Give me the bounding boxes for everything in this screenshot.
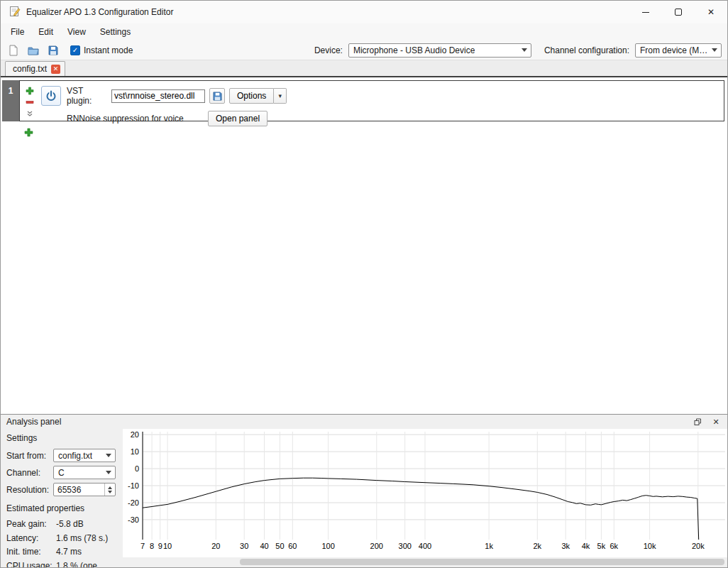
channel-select[interactable]: C (53, 466, 116, 479)
svg-text:40: 40 (260, 542, 268, 550)
chevron-double-down-icon (26, 111, 33, 116)
vst-plugin-path-input[interactable] (111, 89, 205, 103)
tab-close-icon[interactable]: ✕ (51, 65, 60, 74)
svg-text:-30: -30 (128, 515, 139, 524)
cpu-usage-value: 1.8 % (one core) (56, 561, 118, 568)
channel-row: Channel: C (6, 466, 118, 479)
new-file-icon (8, 45, 19, 56)
app-window: Equalizer APO 1.3 Configuration Editor ✕… (0, 0, 728, 568)
property-row: Peak gain: -5.8 dB (6, 519, 118, 529)
svg-text:10: 10 (131, 447, 139, 456)
property-row: CPU usage: 1.8 % (one core) (6, 561, 118, 568)
start-from-row: Start from: config.txt (6, 449, 118, 462)
vst-description-line: RNNoise suppression for voice Open panel (67, 111, 719, 126)
svg-text:8: 8 (150, 542, 154, 550)
svg-text:20: 20 (211, 542, 220, 550)
checkbox-checked-icon: ✓ (70, 45, 80, 55)
add-filter-button[interactable] (26, 86, 35, 95)
peak-gain-value: -5.8 dB (56, 519, 84, 529)
resolution-spinner[interactable]: 65536 (53, 483, 116, 496)
svg-text:30: 30 (240, 542, 248, 550)
options-button[interactable]: Options (229, 88, 274, 104)
init-time-value: 4.7 ms (56, 547, 82, 557)
browse-file-button[interactable] (209, 88, 225, 104)
svg-text:10k: 10k (644, 542, 656, 550)
svg-text:200: 200 (370, 542, 383, 550)
analysis-panel-header: Analysis panel ✕ (1, 415, 727, 429)
resolution-value: 65536 (54, 485, 104, 495)
add-row-button[interactable] (23, 127, 33, 137)
maximize-button[interactable] (662, 1, 695, 23)
spin-down-icon (108, 491, 112, 493)
vst-plugin-line: VST plugin: Options ▾ (67, 86, 719, 106)
svg-text:10: 10 (163, 542, 172, 550)
save-file-icon (48, 45, 59, 56)
options-dropdown-arrow[interactable]: ▾ (274, 88, 287, 104)
close-icon: ✕ (707, 7, 715, 17)
svg-text:5k: 5k (597, 542, 606, 550)
channel-label: Channel: (6, 468, 53, 478)
svg-text:100: 100 (321, 542, 334, 550)
analysis-panel: Analysis panel ✕ Settings Start from: co… (1, 414, 727, 567)
chevron-down-icon (106, 454, 111, 457)
channel-config-label: Channel configuration: (544, 45, 629, 55)
menu-settings[interactable]: Settings (93, 24, 138, 40)
save-file-button[interactable] (45, 43, 62, 58)
remove-filter-button[interactable] (26, 97, 35, 106)
options-split-button: Options ▾ (229, 88, 287, 104)
svg-text:9: 9 (158, 542, 162, 550)
property-row: Init. time: 4.7 ms (6, 547, 118, 557)
row-number: 1 (2, 80, 19, 121)
start-from-label: Start from: (6, 451, 53, 461)
tab-bar: config.txt ✕ (1, 60, 727, 76)
init-time-label: Init. time: (6, 547, 56, 557)
chevron-down-icon (712, 48, 717, 52)
plus-icon (26, 87, 34, 95)
minimize-button[interactable] (629, 1, 662, 23)
svg-text:60: 60 (288, 542, 297, 550)
chart-area: 20100-10-20-3078910203040506010020030040… (123, 429, 727, 567)
chart-scrollbar-thumb[interactable] (240, 559, 724, 565)
svg-text:400: 400 (419, 542, 431, 550)
app-icon (9, 6, 21, 19)
svg-text:50: 50 (275, 542, 284, 550)
close-panel-button[interactable]: ✕ (710, 416, 722, 427)
channel-config-value: From device (Mono) (640, 45, 709, 55)
float-panel-button[interactable] (692, 416, 703, 427)
svg-text:6k: 6k (610, 542, 618, 550)
filter-row: VST plugin: Options ▾ RNNoise suppressio… (19, 80, 724, 121)
start-from-select[interactable]: config.txt (53, 449, 116, 462)
chart-scrollbar[interactable] (123, 557, 727, 567)
vst-plugin-label: VST plugin: (67, 86, 107, 106)
start-from-value: config.txt (58, 451, 92, 461)
device-select[interactable]: Microphone - USB Audio Device (348, 43, 531, 58)
channel-value: C (58, 468, 65, 478)
new-file-button[interactable] (5, 43, 22, 58)
tab-config-txt[interactable]: config.txt ✕ (5, 61, 65, 76)
chevron-down-icon (522, 48, 527, 52)
tab-label: config.txt (13, 64, 47, 74)
power-toggle-button[interactable] (41, 86, 61, 106)
collapse-row-button[interactable] (26, 109, 35, 118)
analysis-panel-title: Analysis panel (6, 417, 685, 427)
latency-value: 1.6 ms (78 s.) (56, 533, 108, 543)
close-button[interactable]: ✕ (695, 1, 727, 23)
menu-bar: File Edit View Settings (1, 23, 727, 40)
menu-view[interactable]: View (60, 24, 93, 40)
menu-edit[interactable]: Edit (31, 24, 60, 40)
filter-row-wrap: 1 VST plu (2, 80, 724, 121)
open-file-button[interactable] (25, 43, 42, 58)
spinner-buttons[interactable] (104, 484, 115, 496)
peak-gain-label: Peak gain: (6, 519, 56, 529)
channel-config-select[interactable]: From device (Mono) (635, 43, 722, 58)
analysis-settings-column: Settings Start from: config.txt Channel:… (1, 429, 123, 567)
chevron-down-icon (106, 471, 111, 474)
open-panel-button[interactable]: Open panel (208, 111, 268, 126)
menu-file[interactable]: File (4, 24, 31, 40)
minimize-icon (642, 12, 649, 13)
maximize-icon (675, 9, 682, 16)
resolution-row: Resolution: 65536 (6, 483, 118, 496)
vst-plugin-filter: VST plugin: Options ▾ RNNoise suppressio… (67, 84, 719, 126)
instant-mode-checkbox[interactable]: ✓ Instant mode (70, 45, 133, 55)
spin-up-icon (108, 486, 112, 489)
